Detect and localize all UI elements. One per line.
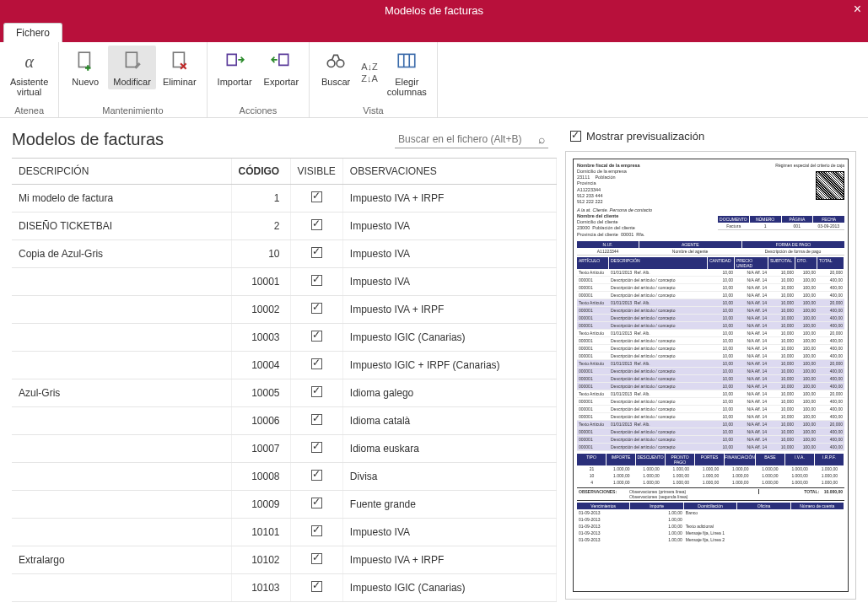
page-title: Modelos de facturas — [12, 130, 164, 149]
table-row[interactable]: 10004Impuesto IGIC + IRPF (Canarias) — [12, 352, 557, 379]
search-icon[interactable]: ⌕ — [538, 132, 545, 146]
document-plus-icon — [72, 48, 99, 75]
table-row[interactable]: Extralargo10102Impuesto IVA + IRPF — [12, 546, 557, 574]
search-input-wrap[interactable]: ⌕ — [395, 131, 548, 148]
checkbox-icon[interactable] — [311, 303, 322, 314]
checkbox-icon[interactable] — [311, 553, 322, 564]
qr-code-icon — [816, 171, 844, 200]
checkbox-icon[interactable] — [311, 275, 322, 286]
col-codigo[interactable]: CÓDIGO — [231, 159, 290, 185]
checkbox-icon[interactable] — [311, 498, 322, 508]
preview-checkbox[interactable]: Mostrar previsualización — [570, 130, 856, 143]
table-row[interactable]: Mi modelo de factura1Impuesto IVA + IRPF — [12, 185, 557, 213]
export-icon — [267, 48, 294, 75]
importar-button[interactable]: Importar — [213, 46, 257, 89]
preview-box: Nombre fiscal de la empresa Domicilio de… — [565, 151, 856, 600]
invoice-preview: Nombre fiscal de la empresa Domicilio de… — [573, 159, 849, 592]
checkbox-icon — [570, 131, 581, 142]
col-visible[interactable]: VISIBLE — [290, 159, 342, 185]
sort-za-icon[interactable]: Z↓A — [361, 73, 378, 83]
checkbox-icon[interactable] — [311, 581, 322, 592]
table-row[interactable]: 10006Idioma català — [12, 407, 557, 435]
elegir-columnas-button[interactable]: Elegir columnas — [382, 46, 432, 100]
col-obs[interactable]: OBSERVACIONES — [342, 159, 556, 185]
window-title: Modelos de facturas — [385, 4, 483, 17]
table-row[interactable]: 10007Idioma euskara — [12, 435, 557, 463]
ribbon: α Asistente virtual Atenea Nuevo Modific… — [0, 42, 868, 118]
table-row[interactable]: 10003Impuesto IGIC (Canarias) — [12, 324, 557, 352]
table-row[interactable]: Azul-Gris10005Idioma galego — [12, 379, 557, 407]
buscar-button[interactable]: Buscar — [315, 46, 357, 100]
exportar-button[interactable]: Exportar — [259, 46, 305, 89]
group-acc-label: Acciones — [213, 105, 305, 116]
columns-icon — [393, 48, 420, 75]
binoculars-icon — [322, 48, 349, 75]
svg-rect-5 — [399, 54, 416, 67]
svg-rect-1 — [126, 52, 137, 67]
checkbox-icon[interactable] — [311, 470, 322, 481]
table-row[interactable]: 10002Impuesto IVA + IRPF — [12, 296, 557, 324]
col-desc[interactable]: DESCRIPCIÓN — [12, 159, 231, 185]
nuevo-button[interactable]: Nuevo — [64, 46, 106, 89]
checkbox-icon[interactable] — [311, 191, 322, 202]
grid[interactable]: DESCRIPCIÓN CÓDIGO VISIBLE OBSERVACIONES… — [12, 158, 557, 608]
checkbox-icon[interactable] — [311, 358, 322, 369]
table-row[interactable]: 10001Impuesto IVA — [12, 268, 557, 296]
document-x-icon — [166, 48, 193, 75]
eliminar-button[interactable]: Eliminar — [158, 46, 202, 89]
group-vista-label: Vista — [315, 105, 432, 116]
asistente-virtual-button[interactable]: α Asistente virtual — [5, 46, 53, 100]
table-row[interactable]: 10103Impuesto IGIC (Canarias) — [12, 574, 557, 602]
svg-rect-0 — [79, 52, 90, 67]
table-row[interactable]: DISEÑO TICKETBAI2Impuesto IVA — [12, 213, 557, 240]
checkbox-icon[interactable] — [311, 525, 322, 536]
checkbox-icon[interactable] — [311, 247, 322, 258]
close-icon[interactable]: × — [854, 2, 861, 17]
checkbox-icon[interactable] — [311, 331, 322, 342]
svg-point-4 — [337, 60, 344, 67]
table-row[interactable]: Copia de Azul-Gris10Impuesto IVA — [12, 240, 557, 268]
svg-point-3 — [327, 60, 335, 67]
alpha-icon: α — [16, 48, 43, 75]
document-pencil-icon — [119, 48, 146, 75]
search-input[interactable] — [398, 133, 533, 145]
table-row[interactable]: 10008Divisa — [12, 463, 557, 491]
checkbox-icon[interactable] — [311, 414, 322, 425]
title-bar: Modelos de facturas × — [0, 0, 868, 21]
modificar-button[interactable]: Modificar — [108, 46, 156, 89]
tab-fichero[interactable]: Fichero — [3, 23, 62, 42]
checkbox-icon[interactable] — [311, 386, 322, 397]
checkbox-icon[interactable] — [311, 219, 322, 230]
tab-strip: Fichero — [0, 21, 868, 42]
checkbox-icon[interactable] — [311, 442, 322, 453]
table-row[interactable]: 10009Fuente grande — [12, 491, 557, 519]
table-row[interactable]: 10101Impuesto IVA — [12, 519, 557, 546]
sort-az-icon[interactable]: A↓Z — [361, 62, 378, 72]
group-mant-label: Mantenimiento — [64, 105, 201, 116]
import-icon — [221, 48, 248, 75]
group-atenea-label: Atenea — [5, 105, 53, 116]
